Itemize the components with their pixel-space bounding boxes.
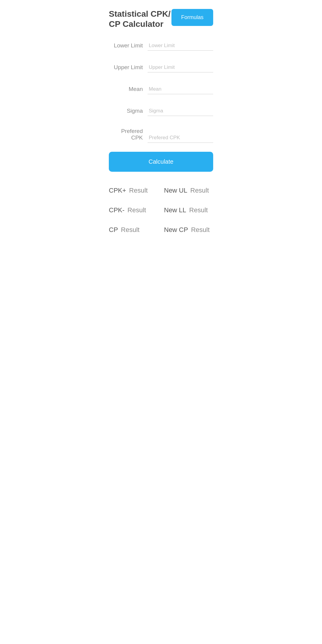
header: Statistical CPK/ CP Calculator Formulas [109,9,213,29]
new-ll-result: New LL Result [158,200,213,220]
cp-value: Result [121,226,140,234]
sigma-label: Sigma [109,108,148,116]
result-row-2: CPK- Result New LL Result [109,200,213,220]
page-title: Statistical CPK/ CP Calculator [109,9,171,29]
new-cp-label: New CP [164,226,188,234]
app-container: Statistical CPK/ CP Calculator Formulas … [103,0,219,252]
cpk-plus-value: Result [129,187,148,194]
lower-limit-row: Lower Limit [109,38,213,54]
new-ul-value: Result [190,187,209,194]
mean-row: Mean [109,81,213,97]
result-row-3: CP Result New CP Result [109,220,213,240]
cpk-minus-value: Result [128,206,146,214]
upper-limit-input[interactable] [148,63,213,72]
sigma-input[interactable] [148,106,213,116]
upper-limit-label: Upper Limit [109,64,148,72]
new-ul-result: New UL Result [158,181,213,200]
formulas-button[interactable]: Formulas [171,9,213,26]
lower-limit-label: Lower Limit [109,42,148,51]
input-form: Lower Limit Upper Limit Mean Sigma Prefe… [109,38,213,172]
cpk-plus-result: CPK+ Result [109,181,158,200]
preferred-cpk-row: Prefered CPK [109,125,213,146]
cpk-minus-result: CPK- Result [109,200,158,220]
preferred-cpk-input[interactable] [148,133,213,143]
mean-label: Mean [109,86,148,94]
preferred-cpk-label: Prefered CPK [109,128,148,143]
cp-label: CP [109,226,118,234]
cpk-plus-label: CPK+ [109,187,126,194]
calculate-button[interactable]: Calculate [109,152,213,172]
sigma-row: Sigma [109,103,213,119]
result-row-1: CPK+ Result New UL Result [109,181,213,200]
new-cp-value: Result [191,226,210,234]
new-ll-value: Result [189,206,208,214]
new-cp-result: New CP Result [158,220,213,240]
cpk-minus-label: CPK- [109,206,125,214]
cp-result: CP Result [109,220,158,240]
upper-limit-row: Upper Limit [109,60,213,75]
results-section: CPK+ Result New UL Result CPK- Result Ne… [109,181,213,240]
mean-input[interactable] [148,84,213,94]
lower-limit-input[interactable] [148,41,213,51]
new-ul-label: New UL [164,187,187,194]
new-ll-label: New LL [164,206,186,214]
